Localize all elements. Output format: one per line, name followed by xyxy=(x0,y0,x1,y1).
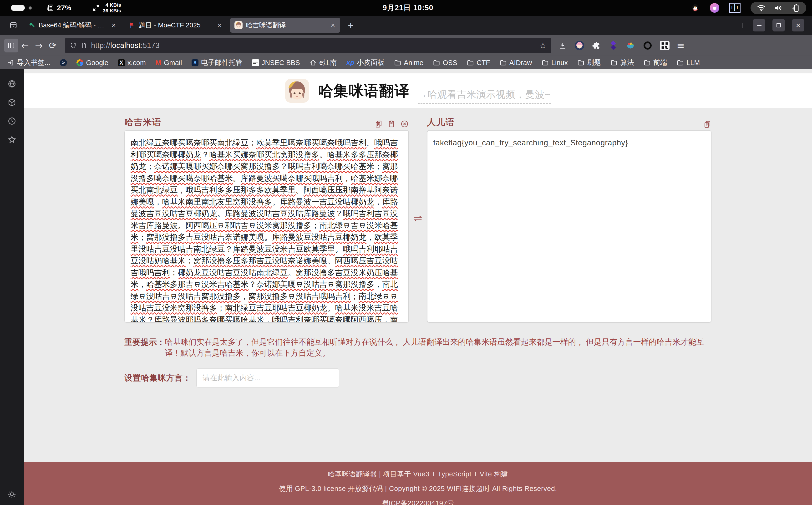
firefox-view-icon[interactable] xyxy=(8,20,19,31)
network-speed-icon xyxy=(92,4,100,12)
bookmark-folder-shuati[interactable]: 刷题 xyxy=(577,58,601,67)
fruit-bowl-extension-icon[interactable] xyxy=(625,40,636,51)
input-method-indicator[interactable]: 中 xyxy=(729,3,741,13)
footer-line-project: 哈基咪语翻译器 | 项目基于 Vue3 + TypeScript + Vite … xyxy=(24,470,812,479)
bookmark-folder-anime[interactable]: Anime xyxy=(394,59,423,67)
url-text[interactable]: http://localhost:5173 xyxy=(91,41,160,50)
bookmark-gmail[interactable]: M Gmail xyxy=(155,59,182,67)
folder-icon xyxy=(677,59,684,66)
tab-close-icon[interactable]: × xyxy=(111,21,117,29)
wifi-icon xyxy=(757,3,766,12)
bookmark-mail-hosting[interactable]: 8 电子邮件托管 xyxy=(192,58,242,67)
tab-close-icon[interactable]: × xyxy=(216,21,223,29)
folder-label: Linux xyxy=(551,59,568,67)
bookmark-google[interactable]: Google xyxy=(76,59,109,67)
globe-icon[interactable] xyxy=(7,79,16,89)
folder-icon xyxy=(499,59,507,66)
folder-label: CTF xyxy=(476,59,490,67)
bookmark-label: Google xyxy=(86,59,109,67)
paste-icon[interactable] xyxy=(387,120,396,128)
qq-tray-icon[interactable] xyxy=(691,3,700,12)
tab-title: 哈吉咪语翻译 xyxy=(246,21,286,30)
history-clock-icon[interactable] xyxy=(7,117,16,126)
tab-hajimi-translator[interactable]: 哈吉咪语翻译 × xyxy=(230,18,340,33)
purple-diamond-extension-icon[interactable] xyxy=(608,40,619,51)
minimize-button[interactable] xyxy=(753,19,765,31)
reload-button[interactable]: ⟳ xyxy=(46,39,59,52)
xp-panel-icon: xp xyxy=(347,59,354,66)
forward-button[interactable]: → xyxy=(32,39,46,52)
bookmark-folder-ctf[interactable]: CTF xyxy=(467,59,490,67)
hammer-favicon-icon xyxy=(28,22,35,29)
copy-icon[interactable] xyxy=(703,120,712,128)
tracking-shield-icon[interactable] xyxy=(69,42,77,49)
bookmark-folder-aidraw[interactable]: AIDraw xyxy=(499,59,532,67)
folder-label: 算法 xyxy=(620,58,634,67)
web-page: 哈集咪语翻译 →哈观看吉米演示视频，曼波~ 哈吉米语 xyxy=(24,69,812,505)
window-close-button[interactable]: × xyxy=(792,19,804,31)
system-status-bar: 27% 4 KB/s 36 KB/s 9月21日 10:50 xyxy=(0,0,812,16)
bookmark-label: e江南 xyxy=(319,58,337,67)
google-icon xyxy=(76,59,83,66)
clear-icon[interactable] xyxy=(400,120,409,128)
x-logo-icon: X xyxy=(118,59,125,66)
demo-video-link[interactable]: →哈观看吉米演示视频，曼波~ xyxy=(418,88,550,104)
copy-icon[interactable] xyxy=(375,120,383,128)
maximize-button[interactable] xyxy=(773,19,785,31)
folder-icon xyxy=(643,59,651,66)
dialect-setting-row: 设置哈集咪方言： xyxy=(125,368,712,387)
hajimi-panel-label: 哈吉米语 xyxy=(125,116,162,128)
folder-icon xyxy=(394,59,401,66)
notice-label: 重要提示： xyxy=(125,337,165,358)
tab-moectf[interactable]: 题目 - MoeCTF 2025 × xyxy=(124,18,227,33)
bookmark-xp-panel[interactable]: xp 小皮面板 xyxy=(347,58,385,67)
bookmark-star-icon[interactable]: ☆ xyxy=(540,41,547,50)
settings-gear-icon[interactable] xyxy=(7,490,16,499)
back-button[interactable]: ← xyxy=(18,39,32,52)
bookmark-label: 电子邮件托管 xyxy=(201,58,242,67)
tab-title: Base64 编码/解码 - 锤子 xyxy=(39,21,107,30)
hajimi-input-textarea[interactable]: 南北绿豆奈哪买噶奈哪买南北绿豆；欧莫季里噶奈哪买噶奈哦吗吉利。哦吗吉利哪买噶奈哪… xyxy=(125,130,409,323)
net-down-speed: 36 KB/s xyxy=(103,8,121,14)
bookmark-xcom[interactable]: X x.com xyxy=(118,59,146,67)
important-notice: 重要提示： 哈基咪们实在是太多了，但是它们往往不能互相听懂对方在说什么， 人儿语… xyxy=(125,337,712,358)
qr-code-extension-icon[interactable] xyxy=(659,40,670,51)
account-avatar-extension-icon[interactable] xyxy=(575,41,584,50)
url-host: localhost xyxy=(110,41,141,49)
tab-close-icon[interactable]: × xyxy=(330,21,336,29)
bookmarks-star-icon[interactable] xyxy=(7,135,16,144)
bookmark-folder-linux[interactable]: Linux xyxy=(542,59,568,67)
folder-label: AIDraw xyxy=(510,59,532,67)
url-bar[interactable]: http://localhost:5173 ☆ xyxy=(65,38,551,53)
system-tray-group[interactable] xyxy=(751,2,806,14)
dialect-input[interactable] xyxy=(196,368,339,387)
downloads-icon[interactable] xyxy=(558,40,568,51)
hamburger-menu-icon[interactable]: ≡ xyxy=(677,40,685,51)
extensions-puzzle-icon[interactable] xyxy=(591,40,601,51)
jnsec-icon xyxy=(252,59,259,66)
battery-charging-icon xyxy=(791,3,800,12)
bookmark-folder-oss[interactable]: OSS xyxy=(433,59,457,67)
bookmark-jnsec[interactable]: JNSEC BBS xyxy=(252,59,300,67)
browser-nav-bar: ← → ⟳ http://localhost:5173 ☆ xyxy=(0,35,812,56)
cpu-icon xyxy=(46,4,54,12)
swap-languages-icon[interactable] xyxy=(412,213,423,224)
folder-icon xyxy=(542,59,549,66)
dialect-label: 设置哈集咪方言： xyxy=(125,372,191,383)
bookmark-import[interactable]: 导入书签... xyxy=(7,58,50,67)
bookmark-folder-suanfa[interactable]: 算法 xyxy=(610,58,634,67)
left-app-sidebar xyxy=(0,69,24,505)
bookmark-folder-llm[interactable]: LLM xyxy=(677,59,700,67)
cat-app-tray-icon[interactable] xyxy=(710,3,719,13)
bookmark-shortcut[interactable]: > xyxy=(60,59,67,66)
sidebar-toggle-icon[interactable] xyxy=(4,39,18,52)
list-tabs-chevron-icon[interactable] xyxy=(738,23,746,27)
packages-icon[interactable] xyxy=(7,98,16,107)
new-tab-button[interactable]: + xyxy=(346,20,356,31)
tab-base64[interactable]: Base64 编码/解码 - 锤子 × xyxy=(24,18,121,33)
bookmark-folder-qianduan[interactable]: 前端 xyxy=(643,58,667,67)
bookmark-ejiangnan[interactable]: e江南 xyxy=(310,58,337,67)
ring-extension-icon[interactable] xyxy=(642,40,653,51)
page-info-icon[interactable] xyxy=(80,42,87,49)
mail-hosting-icon: 8 xyxy=(192,59,198,66)
